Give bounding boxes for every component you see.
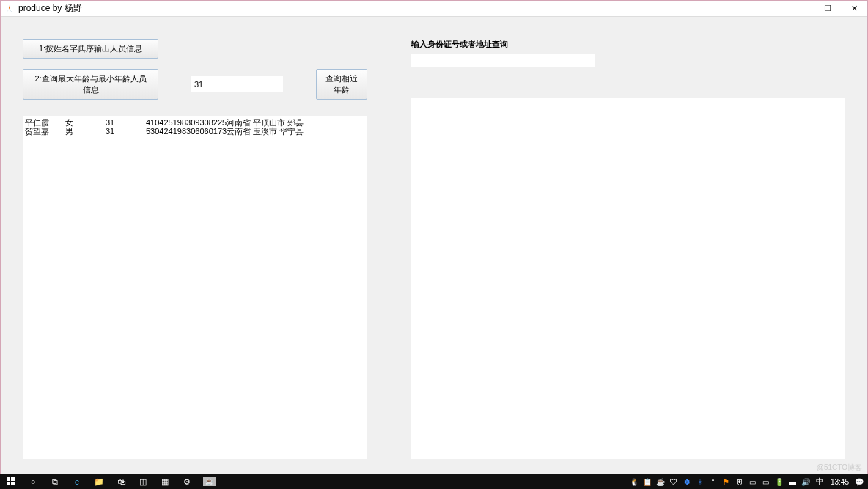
- network-icon[interactable]: ▬: [787, 476, 798, 488]
- cell-name: 贺望嘉: [25, 127, 65, 136]
- cell-id: 410425198309308225: [146, 118, 227, 127]
- search-label: 输入身份证号或者地址查询: [411, 39, 845, 50]
- query-age-range-button[interactable]: 2:查询最大年龄与最小年龄人员信息: [23, 69, 158, 100]
- sort-by-name-button[interactable]: 1:按姓名字典序输出人员信息: [23, 39, 158, 59]
- app-icon-1[interactable]: ◫: [132, 474, 154, 489]
- tray-icon[interactable]: 🐧: [628, 476, 640, 488]
- tray-icon[interactable]: ▭: [747, 476, 759, 488]
- cell-age: 31: [106, 127, 146, 136]
- cell-address: 河南省 平顶山市 郏县: [227, 118, 365, 127]
- cell-age: 31: [106, 118, 146, 127]
- close-button[interactable]: ✕: [841, 1, 867, 17]
- search-input[interactable]: [411, 54, 595, 67]
- ime-indicator[interactable]: 中: [813, 477, 826, 487]
- results-list[interactable]: 平仁霞 女 31 410425198309308225 河南省 平顶山市 郏县 …: [23, 116, 367, 459]
- security-icon[interactable]: ⛨: [734, 476, 746, 488]
- start-button[interactable]: [0, 474, 22, 489]
- java-icon: [4, 3, 15, 15]
- svg-rect-1: [11, 477, 15, 481]
- window-controls: — ☐ ✕: [788, 1, 867, 17]
- svg-rect-3: [11, 482, 15, 485]
- tray-icon[interactable]: ▭: [760, 476, 772, 488]
- left-panel: 1:按姓名字典序输出人员信息 2:查询最大年龄与最小年龄人员信息 查询相近年龄 …: [23, 39, 367, 459]
- cell-id: 530424198306060173: [146, 127, 227, 136]
- window-title: produce by 杨野: [18, 2, 82, 15]
- maximize-button[interactable]: ☐: [814, 1, 841, 17]
- svg-rect-2: [7, 482, 10, 485]
- cell-name: 平仁霞: [25, 118, 65, 127]
- right-header: 输入身份证号或者地址查询: [411, 39, 845, 67]
- chevron-up-icon[interactable]: ˄: [707, 476, 719, 488]
- tray-icon[interactable]: ☕: [655, 476, 666, 488]
- content-area: 1:按姓名字典序输出人员信息 2:查询最大年龄与最小年龄人员信息 查询相近年龄 …: [1, 17, 867, 474]
- minimize-button[interactable]: —: [788, 1, 814, 17]
- battery-icon[interactable]: 🔋: [773, 476, 785, 488]
- tray-icon[interactable]: 📋: [641, 476, 653, 488]
- edge-icon[interactable]: e: [66, 474, 88, 489]
- cortana-icon[interactable]: ○: [22, 474, 44, 489]
- cell-address: 云南省 玉溪市 华宁县: [227, 127, 365, 136]
- taskbar: ○ ⧉ e 📁 🛍 ◫ ▦ ⚙ ☕ 🐧 📋 ☕ 🛡 ✽ ᚼ ˄ ⚑ ⛨ ▭ ▭ …: [0, 474, 868, 489]
- svg-rect-0: [7, 477, 10, 481]
- app-window: produce by 杨野 — ☐ ✕ 1:按姓名字典序输出人员信息 2:查询最…: [0, 0, 868, 474]
- system-tray: 🐧 📋 ☕ 🛡 ✽ ᚼ ˄ ⚑ ⛨ ▭ ▭ 🔋 ▬ 🔊 中 13:45 💬: [628, 476, 868, 488]
- right-panel: 输入身份证号或者地址查询: [411, 39, 845, 459]
- notifications-icon[interactable]: 💬: [853, 476, 865, 488]
- volume-icon[interactable]: 🔊: [800, 476, 812, 488]
- query-nearby-age-button[interactable]: 查询相近年龄: [316, 69, 367, 100]
- explorer-icon[interactable]: 📁: [88, 474, 110, 489]
- watermark: @51CTO博客: [817, 463, 862, 473]
- cell-gender: 男: [65, 127, 106, 136]
- app-icon-3[interactable]: ⚙: [176, 474, 198, 489]
- clock[interactable]: 13:45: [828, 478, 852, 486]
- tray-icon[interactable]: ✽: [681, 476, 693, 488]
- java-app-icon[interactable]: ☕: [198, 474, 220, 489]
- table-row: 平仁霞 女 31 410425198309308225 河南省 平顶山市 郏县: [23, 118, 367, 127]
- store-icon[interactable]: 🛍: [110, 474, 132, 489]
- titlebar: produce by 杨野 — ☐ ✕: [1, 1, 867, 17]
- bluetooth-icon[interactable]: ᚼ: [694, 476, 706, 488]
- table-row: 贺望嘉 男 31 530424198306060173 云南省 玉溪市 华宁县: [23, 127, 367, 136]
- left-controls: 1:按姓名字典序输出人员信息 2:查询最大年龄与最小年龄人员信息 查询相近年龄: [23, 39, 367, 100]
- age-input[interactable]: [191, 76, 283, 92]
- cell-gender: 女: [65, 118, 106, 127]
- taskview-icon[interactable]: ⧉: [44, 474, 66, 489]
- app-icon-2[interactable]: ▦: [154, 474, 176, 489]
- search-results-list[interactable]: [411, 98, 845, 459]
- tray-icon[interactable]: 🛡: [668, 476, 680, 488]
- flag-icon[interactable]: ⚑: [721, 476, 732, 488]
